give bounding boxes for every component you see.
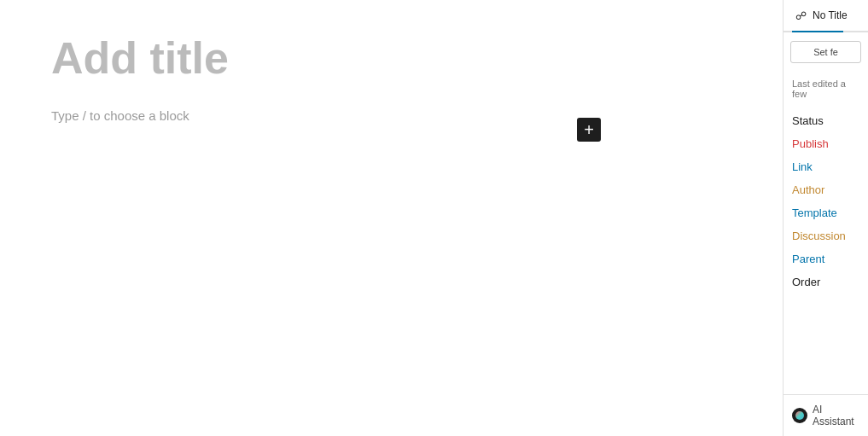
set-featured-button[interactable]: Set fe (790, 41, 861, 63)
title-placeholder[interactable]: Add title (51, 34, 731, 83)
sidebar-tab-label: No Title (813, 9, 848, 21)
sidebar-item-link[interactable]: Link (784, 155, 868, 178)
sidebar-item-publish[interactable]: Publish (784, 132, 868, 155)
sidebar-item-author[interactable]: Author (784, 178, 868, 201)
plus-icon: + (584, 121, 594, 138)
sidebar-tab-bar: ☍ No Title (784, 0, 868, 32)
sidebar-item-parent[interactable]: Parent (784, 247, 868, 270)
ai-assistant-label: AI Assistant (813, 404, 859, 427)
ai-assistant-bar[interactable]: AI Assistant (784, 394, 868, 436)
editor-area: Add title Type / to choose a block + (0, 0, 783, 436)
sidebar-item-order[interactable]: Order (784, 270, 868, 294)
sidebar-items-list: Status Publish Link Author Template Disc… (784, 109, 868, 294)
document-icon: ☍ (794, 9, 807, 22)
sidebar-item-template[interactable]: Template (784, 201, 868, 224)
last-edited-text: Last edited a few (784, 72, 868, 106)
sidebar-item-discussion[interactable]: Discussion (784, 224, 868, 247)
sidebar-panel: ☍ No Title Set fe Last edited a few Stat… (783, 0, 868, 436)
ai-assistant-icon (792, 408, 807, 423)
sidebar-item-status[interactable]: Status (784, 109, 868, 132)
block-placeholder[interactable]: Type / to choose a block (51, 108, 731, 123)
sidebar-tab-document[interactable]: ☍ No Title (792, 0, 859, 31)
add-block-button[interactable]: + (577, 118, 601, 142)
